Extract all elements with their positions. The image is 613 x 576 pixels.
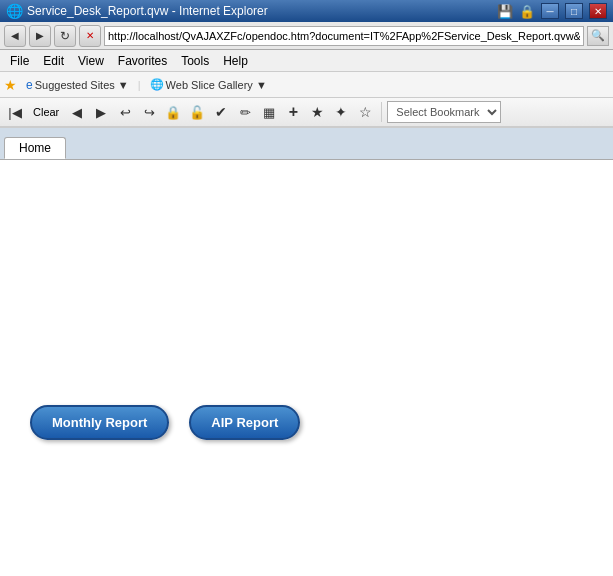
bookmark3-button[interactable]: ☆: [354, 101, 376, 123]
save-indicator: 💾: [497, 4, 513, 19]
bookmark2-button[interactable]: ✦: [330, 101, 352, 123]
menu-file[interactable]: File: [4, 52, 35, 70]
unlock-button[interactable]: 🔓: [186, 101, 208, 123]
address-bar: ◀ ▶ ↻ ✕ 🔍: [0, 22, 613, 50]
add-button[interactable]: +: [282, 101, 304, 123]
maximize-button[interactable]: □: [565, 3, 583, 19]
menu-favorites[interactable]: Favorites: [112, 52, 173, 70]
forward-button[interactable]: ▶: [29, 25, 51, 47]
select-all-button[interactable]: ✔: [210, 101, 232, 123]
tabs-bar: Home: [0, 128, 613, 160]
menu-tools[interactable]: Tools: [175, 52, 215, 70]
back-button[interactable]: ◀: [4, 25, 26, 47]
close-button[interactable]: ✕: [589, 3, 607, 19]
tab-home[interactable]: Home: [4, 137, 66, 159]
redo-button[interactable]: ↪: [138, 101, 160, 123]
ie-icon: 🌐: [6, 3, 23, 19]
next-button[interactable]: ▶: [90, 101, 112, 123]
main-content: Monthly Report AIP Report: [0, 160, 613, 540]
ie-logo-icon: e: [26, 78, 33, 92]
address-input[interactable]: [104, 26, 584, 46]
web-slice-gallery-button[interactable]: 🌐 Web Slice Gallery ▼: [145, 76, 272, 93]
menu-view[interactable]: View: [72, 52, 110, 70]
minimize-button[interactable]: ─: [541, 3, 559, 19]
suggested-sites-button[interactable]: e Suggested Sites ▼: [21, 76, 134, 94]
refresh-button[interactable]: ↻: [54, 25, 76, 47]
aip-report-button[interactable]: AIP Report: [189, 405, 300, 440]
lock-indicator: 🔒: [519, 4, 535, 19]
favorites-bar: ★ e Suggested Sites ▼ | 🌐 Web Slice Gall…: [0, 72, 613, 98]
monthly-report-button[interactable]: Monthly Report: [30, 405, 169, 440]
prev-button[interactable]: ◀: [66, 101, 88, 123]
bookmark1-button[interactable]: ★: [306, 101, 328, 123]
go-button[interactable]: 🔍: [587, 26, 609, 46]
window-title: Service_Desk_Report.qvw - Internet Explo…: [27, 4, 268, 18]
undo-button[interactable]: ↩: [114, 101, 136, 123]
title-bar: 🌐 Service_Desk_Report.qvw - Internet Exp…: [0, 0, 613, 22]
select-bookmark-dropdown[interactable]: Select Bookmark: [387, 101, 501, 123]
first-button[interactable]: |◀: [4, 101, 26, 123]
stop-button[interactable]: ✕: [79, 25, 101, 47]
favorites-star-icon: ★: [4, 77, 17, 93]
toolbar-separator: [381, 102, 382, 122]
qv-toolbar: |◀ Clear ◀ ▶ ↩ ↪ 🔒 🔓 ✔ ✏ ▦ + ★ ✦ ☆ Selec…: [0, 98, 613, 128]
report-buttons-container: Monthly Report AIP Report: [30, 405, 300, 440]
edit-button[interactable]: ✏: [234, 101, 256, 123]
menu-edit[interactable]: Edit: [37, 52, 70, 70]
chart-button[interactable]: ▦: [258, 101, 280, 123]
menu-bar: File Edit View Favorites Tools Help: [0, 50, 613, 72]
lock-button[interactable]: 🔒: [162, 101, 184, 123]
clear-button[interactable]: Clear: [28, 101, 64, 123]
menu-help[interactable]: Help: [217, 52, 254, 70]
web-slice-icon: 🌐: [150, 78, 164, 91]
